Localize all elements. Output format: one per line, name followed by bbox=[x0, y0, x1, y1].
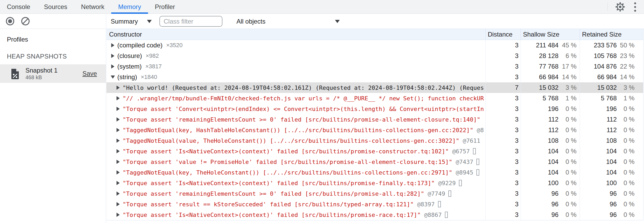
objects-filter-select[interactable]: All objects bbox=[236, 14, 340, 29]
string-value: "Hello world! (Requested at: 2024-08-19T… bbox=[123, 84, 484, 91]
collapse-triangle-icon[interactable] bbox=[111, 75, 115, 79]
retained-size-cell: 15 0323 % bbox=[580, 82, 643, 93]
constructor-cell: "Torque assert 'value != PromiseHole' fa… bbox=[106, 157, 485, 167]
tab-profiler[interactable]: Profiler bbox=[148, 0, 182, 14]
snapshot-list-item[interactable]: Snapshot 1 468 kB Save bbox=[0, 64, 106, 83]
expand-triangle-icon[interactable] bbox=[117, 128, 120, 132]
shallow-size-percent: 0 % bbox=[558, 137, 580, 144]
instance-count: ×3817 bbox=[145, 63, 162, 70]
retained-size-cell: 104 87622 % bbox=[580, 61, 643, 72]
retained-size-percent: 0 % bbox=[617, 190, 643, 197]
expand-triangle-icon[interactable] bbox=[117, 139, 120, 143]
shallow-size-percent: 1 % bbox=[558, 95, 580, 102]
retained-size-value: 112 bbox=[580, 126, 617, 134]
grid-row[interactable]: "// .wrangler/tmp/bundle-FmNIt0/checked-… bbox=[106, 93, 643, 104]
tab-memory[interactable]: Memory bbox=[111, 0, 148, 14]
expand-triangle-icon[interactable] bbox=[117, 117, 120, 122]
tab-sources[interactable]: Sources bbox=[37, 0, 74, 14]
constructor-name: (string) bbox=[117, 73, 137, 81]
expand-triangle-icon[interactable] bbox=[117, 96, 120, 100]
retained-size-value: 196 bbox=[580, 105, 617, 113]
heap-snapshot-document-icon bbox=[11, 68, 20, 79]
shallow-size-percent: 0 % bbox=[558, 148, 580, 155]
expand-triangle-icon[interactable] bbox=[117, 107, 120, 111]
distance-cell: 3 bbox=[485, 157, 521, 167]
expand-triangle-icon[interactable] bbox=[117, 181, 120, 185]
column-header-distance[interactable]: Distance bbox=[485, 29, 521, 40]
constructor-cell: "Torque assert 'Is<NativeContext>(contex… bbox=[106, 146, 485, 157]
settings-gear-icon[interactable] bbox=[615, 2, 625, 12]
grid-row[interactable]: "Torque assert 'Is<NativeContext>(contex… bbox=[106, 209, 643, 220]
grid-row[interactable]: "Hello world! (Requested at: 2024-08-19T… bbox=[106, 82, 643, 93]
distance-cell: 3 bbox=[485, 178, 521, 188]
shallow-size-value: 77 768 bbox=[521, 63, 558, 70]
constructor-cell: (compiled code)×3520 bbox=[106, 40, 485, 51]
shallow-size-value: 104 bbox=[521, 169, 558, 176]
expand-triangle-icon[interactable] bbox=[117, 191, 120, 196]
retained-size-value: 104 bbox=[580, 148, 617, 155]
grid-row[interactable]: "TaggedNotEqual(key, HashTableHoleConsta… bbox=[106, 125, 643, 135]
clear-all-profiles-icon[interactable] bbox=[21, 16, 30, 26]
retained-size-cell: 1040 % bbox=[580, 146, 643, 157]
constructor-name: (closure) bbox=[117, 52, 142, 60]
grid-row[interactable]: "Torque assert 'value != PromiseHole' fa… bbox=[106, 157, 643, 167]
expand-triangle-icon[interactable] bbox=[111, 64, 114, 69]
more-options-icon[interactable] bbox=[633, 1, 637, 13]
grid-body: (compiled code)×35203211 48445 %233 5765… bbox=[106, 40, 643, 220]
grid-row[interactable]: "Torque assert 'result == kStoreSucceded… bbox=[106, 199, 643, 209]
perspective-select[interactable]: Summary bbox=[111, 14, 152, 29]
grid-row[interactable]: (system)×3817377 76817 %104 87622 % bbox=[106, 61, 643, 72]
grid-row[interactable]: "Torque assert 'remainingElementsCount >… bbox=[106, 188, 643, 199]
grid-row[interactable]: (closure)×982328 1286 %105 76823 % bbox=[106, 51, 643, 61]
expand-triangle-icon[interactable] bbox=[111, 43, 114, 47]
distance-cell: 3 bbox=[485, 61, 521, 72]
expand-triangle-icon[interactable] bbox=[117, 149, 120, 153]
retained-size-value: 112 bbox=[580, 116, 617, 123]
expand-triangle-icon[interactable] bbox=[117, 213, 120, 217]
shallow-size-percent: 0 % bbox=[558, 211, 580, 218]
retained-size-percent: 0 % bbox=[617, 105, 643, 113]
retained-size-percent: 0 % bbox=[617, 200, 643, 208]
column-header-retained-size[interactable]: Retained Size bbox=[580, 29, 643, 40]
shallow-size-cell: 1120 % bbox=[521, 125, 580, 135]
string-value: "TaggedNotEqual(key, HashTableHoleConsta… bbox=[123, 127, 473, 133]
grid-row[interactable]: "TaggedNotEqual(value, TheHoleConstant()… bbox=[106, 135, 643, 146]
expand-triangle-icon[interactable] bbox=[117, 160, 120, 164]
distance-cell: 3 bbox=[485, 72, 521, 82]
shallow-size-cell: 1040 % bbox=[521, 167, 580, 178]
shallow-size-cell: 66 98414 % bbox=[521, 72, 580, 82]
tab-console[interactable]: Console bbox=[0, 0, 37, 14]
expand-triangle-icon[interactable] bbox=[117, 86, 120, 90]
grid-row[interactable]: "TaggedNotEqual(key, TheHoleConstant()) … bbox=[106, 167, 643, 178]
shallow-size-value: 96 bbox=[521, 211, 558, 218]
expand-triangle-icon[interactable] bbox=[117, 170, 120, 175]
column-header-shallow-size[interactable]: Shallow Size bbox=[521, 29, 580, 40]
shallow-size-percent: 3 % bbox=[558, 84, 580, 91]
grid-row[interactable]: (string)×1840366 98414 %66 98414 % bbox=[106, 72, 643, 82]
grid-row[interactable]: "Torque assert 'remainingElementsCount >… bbox=[106, 114, 643, 125]
expand-triangle-icon[interactable] bbox=[117, 202, 120, 206]
tab-profiler-label: Profiler bbox=[155, 3, 175, 11]
class-filter-input[interactable] bbox=[159, 16, 222, 27]
shallow-size-value: 112 bbox=[521, 126, 558, 134]
grid-row[interactable]: "Torque assert 'Is<NativeContext>(contex… bbox=[106, 178, 643, 188]
grid-row[interactable]: "Torque assert 'Is<NativeContext>(contex… bbox=[106, 146, 643, 157]
expand-triangle-icon[interactable] bbox=[111, 54, 114, 58]
retained-size-percent: 3 % bbox=[617, 84, 643, 91]
shallow-size-percent: 0 % bbox=[558, 158, 580, 166]
constructor-cell: (closure)×982 bbox=[106, 51, 485, 61]
shallow-size-value: 66 984 bbox=[521, 73, 558, 81]
instance-count: ×3520 bbox=[166, 42, 183, 49]
grid-header: Constructor Distance Shallow Size Retain… bbox=[106, 29, 643, 40]
profiles-sidebar: Profiles HEAP SNAPSHOTS Snapshot 1 468 k… bbox=[0, 14, 106, 223]
record-heap-snapshot-icon[interactable] bbox=[5, 16, 15, 26]
string-value: "Torque assert 'value != PromiseHole' fa… bbox=[123, 159, 452, 165]
shallow-size-percent: 0 % bbox=[558, 116, 580, 123]
grid-row[interactable]: "Torque assert 'Convert<uintptr>(endInde… bbox=[106, 104, 643, 114]
retained-size-percent: 0 % bbox=[617, 158, 643, 166]
grid-row[interactable]: (compiled code)×35203211 48445 %233 5765… bbox=[106, 40, 643, 51]
tab-network[interactable]: Network bbox=[74, 0, 111, 14]
column-header-constructor[interactable]: Constructor bbox=[106, 29, 485, 40]
save-snapshot-link[interactable]: Save bbox=[82, 70, 97, 77]
retained-size-percent: 0 % bbox=[617, 169, 643, 176]
